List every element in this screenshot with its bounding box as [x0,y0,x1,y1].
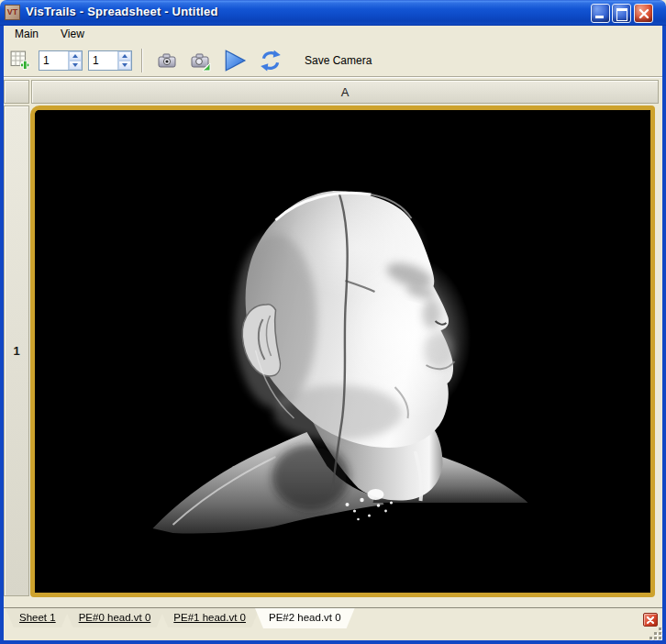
minimize-button[interactable] [591,4,610,23]
row-header-1[interactable]: 1 [4,105,29,596]
window-title: VisTrails - Spreadsheet - Untitled [26,5,218,18]
take-snapshot-button[interactable] [152,48,182,73]
tab-pe2-head[interactable]: PE#2 head.vt 0 [255,608,355,628]
maximize-button[interactable] [612,4,631,23]
row-spin-up-button[interactable] [69,51,82,61]
head-render-3d[interactable] [35,110,650,593]
grid-plus-icon [10,50,30,71]
toolbar: Save Camera [4,44,662,78]
chevron-down-icon [72,63,78,67]
window-border-right [662,26,666,644]
execute-button[interactable] [218,48,251,73]
spreadsheet-cell-a1[interactable] [30,105,655,597]
column-spin-down-button[interactable] [118,61,131,70]
toolbar-separator [141,49,143,72]
close-icon [635,5,654,24]
resize-grip[interactable] [649,627,661,639]
app-icon: VT [5,5,20,20]
chevron-up-icon [122,54,128,58]
menu-view[interactable]: View [50,26,95,44]
column-header-a[interactable]: A [31,80,659,104]
sheet-tab-bar: Sheet 1 PE#0 head.vt 0 PE#1 head.vt 0 PE… [4,607,662,628]
column-spin-up-button[interactable] [118,51,131,61]
column-count-input[interactable] [89,51,117,70]
window-content: Main View [4,26,662,640]
play-icon [221,48,249,73]
export-snapshot-button[interactable] [185,48,215,73]
sync-arrows-icon [258,49,283,72]
close-button[interactable] [634,4,653,23]
close-icon [646,616,655,625]
camera-export-icon [188,50,212,72]
sync-button[interactable] [255,48,286,73]
row-count-input[interactable] [39,51,68,70]
corner-header-cell[interactable] [4,80,29,104]
column-count-spinner [88,50,132,71]
app-window: VT VisTrails - Spreadsheet - Untitled Ma… [0,0,666,644]
camera-icon [155,50,179,72]
chevron-up-icon [72,54,78,58]
title-bar[interactable]: VT VisTrails - Spreadsheet - Untitled [0,0,666,26]
row-count-spinner [39,50,83,71]
menu-bar: Main View [4,26,662,44]
save-camera-button[interactable]: Save Camera [299,50,377,71]
chevron-down-icon [122,63,128,67]
window-border-bottom [0,640,666,644]
tab-sheet-1[interactable]: Sheet 1 [6,608,70,627]
row-spin-down-button[interactable] [69,61,82,70]
tab-pe0-head[interactable]: PE#0 head.vt 0 [65,608,165,627]
menu-main[interactable]: Main [4,26,50,44]
close-sheet-button[interactable] [643,613,658,627]
tab-pe1-head[interactable]: PE#1 head.vt 0 [160,608,260,627]
new-sheet-button[interactable] [7,48,33,73]
